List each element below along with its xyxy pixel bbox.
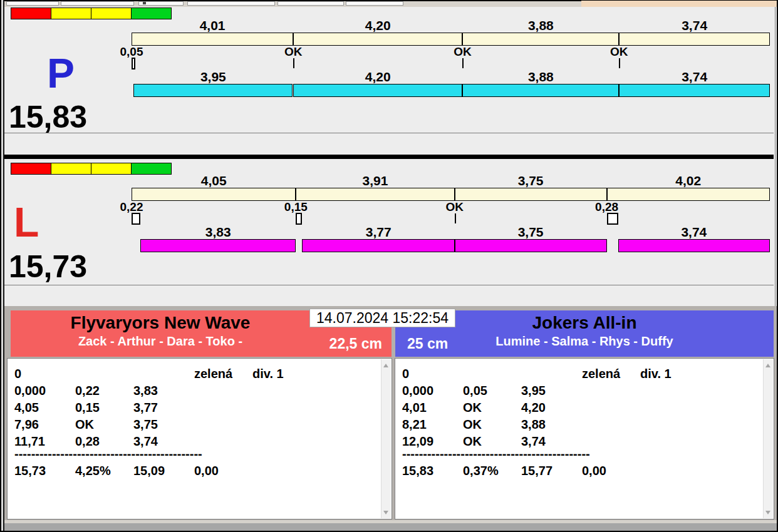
log-line: 0zelenádiv. 1 — [8, 367, 392, 383]
ok-tick-mark — [293, 58, 294, 68]
status-segment — [131, 8, 171, 19]
team-left-log-textarea[interactable]: 0zelenádiv. 10,0000,223,834,050,153,777,… — [7, 358, 392, 519]
leg-time-segment — [619, 84, 770, 97]
team-distance: 22,5 cm — [329, 335, 382, 352]
reference-split-value: 4,05 — [201, 173, 227, 188]
lanes-separator-bar — [4, 155, 774, 159]
top-strip-cell — [61, 1, 134, 6]
log-cell: 0,22 — [75, 384, 100, 398]
exchange-fault-value: 0,22 — [120, 200, 143, 214]
leg-time-value: 3,83 — [205, 225, 231, 240]
arrow-up-icon — [765, 364, 770, 367]
log-cell: 3,88 — [521, 417, 546, 432]
panel-divider-line — [4, 133, 774, 133]
log-line: 15,830,37%15,770,00 — [395, 464, 774, 480]
team-progress-bar — [132, 84, 770, 97]
reference-bar — [132, 188, 770, 201]
arrow-down-icon — [765, 511, 770, 514]
log-line: 8,21OK3,88 — [395, 417, 774, 434]
status-segment — [51, 8, 91, 19]
lane-letter: L — [14, 202, 39, 243]
exchange-fault-labels: 0,05OKOKOK — [132, 45, 770, 58]
exchange-fault-value: OK — [445, 200, 464, 214]
status-segment — [51, 163, 91, 174]
leg-time-value: 3,75 — [518, 225, 544, 240]
log-cell: div. 1 — [640, 367, 672, 381]
leg-time-segment — [455, 239, 607, 252]
log-cell: 15,77 — [521, 464, 552, 478]
scroll-up-button[interactable] — [764, 360, 773, 371]
leg-time-segment — [140, 239, 296, 252]
lane-letter: P — [47, 53, 75, 94]
log-cell: 15,73 — [14, 464, 46, 478]
status-segment — [91, 163, 131, 174]
leg-time-segment — [302, 239, 455, 252]
log-cell: OK — [463, 417, 482, 432]
team-progress-bar — [132, 239, 770, 252]
log-cell: zelená — [194, 367, 232, 381]
vertical-scrollbar[interactable] — [381, 359, 391, 518]
log-cell: 0 — [14, 367, 21, 381]
team-name: Flyvaryors New Wave — [11, 313, 310, 333]
team-right-log-textarea[interactable]: 0zelenádiv. 10,0000,053,954,01OK4,208,21… — [395, 358, 774, 519]
exchange-fault-value: OK — [610, 45, 628, 59]
log-line: ----------------------------------------… — [395, 447, 774, 463]
log-line: 0,0000,223,83 — [8, 384, 392, 400]
log-cell: 3,95 — [521, 384, 546, 398]
team-players: Zack - Arthur - Dara - Toko - — [11, 334, 310, 349]
log-cell: 0,05 — [463, 384, 487, 398]
leg-time-value: 4,20 — [365, 69, 391, 84]
exchange-fault-labels: 0,220,15OK0,28 — [132, 200, 770, 213]
ok-tick-mark — [619, 58, 620, 68]
leg-time-value: 3,95 — [200, 69, 226, 84]
log-cell: 7,96 — [14, 417, 39, 432]
lane-total-time: 15,83 — [9, 101, 87, 133]
vertical-scrollbar[interactable] — [763, 359, 773, 518]
log-line: 7,96OK3,75 — [8, 417, 392, 434]
log-cell: 3,83 — [133, 384, 158, 398]
leg-time-labels: 3,833,773,753,74 — [132, 225, 770, 238]
panel-divider-line — [4, 285, 774, 285]
reference-segment — [455, 188, 607, 201]
reference-split-value: 4,20 — [365, 18, 391, 33]
status-segment — [11, 8, 51, 19]
top-strip-cell — [187, 1, 275, 6]
log-content: 0zelenádiv. 10,0000,053,954,01OK4,208,21… — [395, 359, 774, 519]
status-segment — [131, 163, 171, 174]
log-line: 4,050,153,77 — [8, 401, 392, 417]
ok-tick-mark — [455, 213, 456, 223]
log-cell: 0,15 — [75, 401, 100, 415]
fault-gap-box — [607, 213, 618, 225]
exchange-fault-value: 0,05 — [120, 45, 143, 59]
log-cell: 3,77 — [133, 401, 158, 415]
lane-total-time: 15,73 — [9, 251, 87, 282]
scroll-up-button[interactable] — [381, 360, 391, 371]
log-cell: 4,01 — [402, 401, 427, 415]
reference-bar — [132, 33, 770, 46]
log-cell: 3,75 — [133, 417, 158, 432]
leg-time-segment — [133, 84, 293, 97]
log-line: 15,734,25%15,090,00 — [8, 464, 392, 480]
ref-split-labels: 4,053,913,754,02 — [132, 173, 770, 187]
bottom-band-gray — [4, 523, 777, 531]
scroll-down-button[interactable] — [764, 507, 773, 518]
log-line: 4,01OK4,20 — [395, 401, 774, 417]
ref-split-labels: 4,014,203,883,74 — [132, 18, 770, 31]
log-cell: OK — [463, 401, 482, 415]
fault-gap-box — [132, 213, 140, 225]
reference-split-value: 3,91 — [363, 173, 388, 188]
scroll-down-button[interactable] — [381, 507, 391, 518]
reference-segment — [619, 33, 770, 46]
reference-split-value: 4,01 — [200, 18, 226, 33]
arrow-down-icon — [383, 511, 388, 514]
exchange-fault-value: 0,28 — [595, 200, 618, 214]
exchange-fault-marks — [132, 58, 770, 71]
log-line: 0zelenádiv. 1 — [395, 367, 774, 383]
app-window: 4,014,203,883,74 0,05OKOKOK 3,954,203,88… — [0, 0, 778, 532]
log-cell: 4,20 — [521, 401, 546, 415]
leg-time-segment — [618, 239, 770, 252]
reference-split-value: 3,74 — [682, 18, 707, 33]
leg-time-segment — [462, 84, 619, 97]
reference-segment — [293, 33, 462, 46]
reference-segment — [607, 188, 770, 201]
